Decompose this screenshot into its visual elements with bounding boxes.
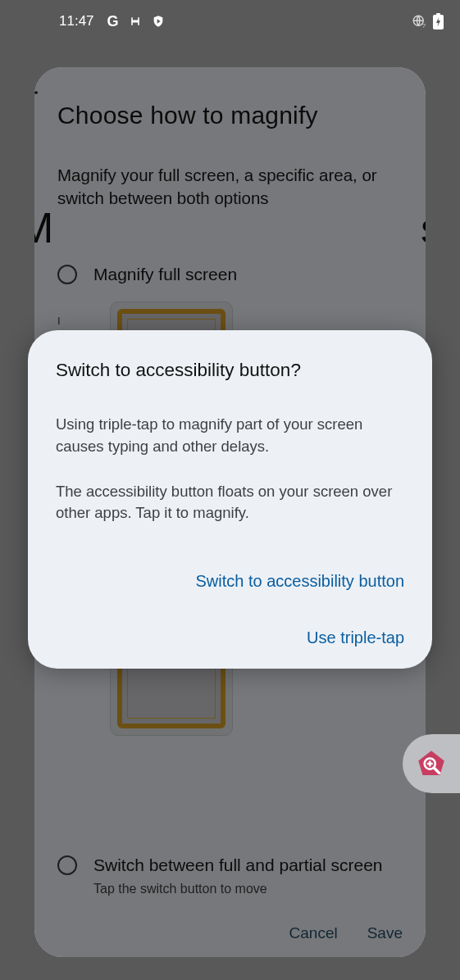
accessibility-floating-button[interactable]	[403, 734, 460, 793]
use-triple-tap-button[interactable]: Use triple-tap	[307, 628, 404, 647]
globe-question-icon: ?	[412, 14, 426, 29]
dialog-actions: Switch to accessibility button Use tripl…	[56, 572, 404, 647]
shield-icon	[152, 15, 165, 28]
dialog-paragraph-1: Using triple-tap to magnify part of your…	[56, 414, 404, 458]
dialog-body: Using triple-tap to magnify part of your…	[56, 414, 404, 524]
svg-rect-4	[436, 13, 440, 16]
switch-accessibility-dialog: Switch to accessibility button? Using tr…	[28, 330, 432, 669]
google-icon: G	[107, 13, 119, 30]
status-left: 11:47 G	[59, 13, 165, 30]
magnify-home-icon	[414, 746, 449, 781]
status-bar: 11:47 G ?	[0, 0, 460, 43]
dialog-paragraph-2: The accessibility button floats on your …	[56, 481, 404, 525]
battery-charging-icon	[433, 13, 444, 29]
switch-to-accessibility-button[interactable]: Switch to accessibility button	[195, 572, 404, 591]
status-right: ?	[412, 13, 444, 29]
dialog-title: Switch to accessibility button?	[56, 360, 404, 381]
svg-text:?: ?	[422, 22, 426, 29]
status-clock: 11:47	[59, 13, 94, 29]
sync-icon	[129, 15, 142, 28]
